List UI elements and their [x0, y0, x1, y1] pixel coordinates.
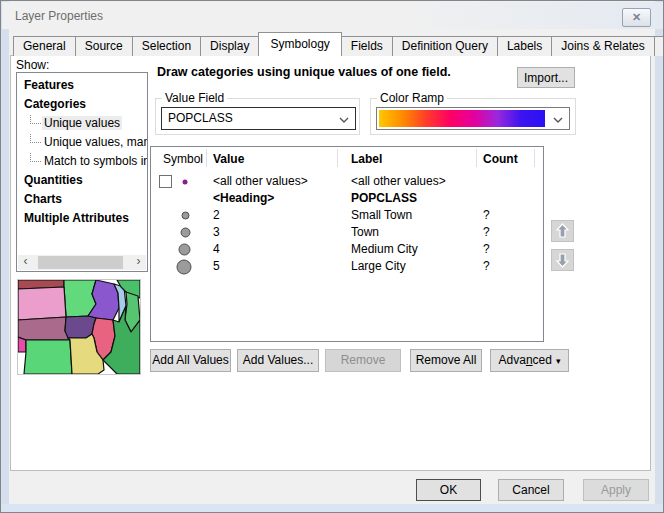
ok-button[interactable]: OK: [416, 479, 481, 501]
symbol-cell[interactable]: [151, 241, 206, 258]
label-cell[interactable]: <all other values>: [351, 173, 446, 190]
tree-item-charts[interactable]: Charts: [17, 190, 147, 209]
add-all-values-button[interactable]: Add All Values: [150, 349, 231, 372]
tree-item-unique-values[interactable]: Unique values: [17, 114, 147, 133]
tree-item-quantities[interactable]: Quantities: [17, 171, 147, 190]
value-cell[interactable]: 5: [213, 258, 220, 275]
window-frame-left: [1, 1, 9, 513]
move-up-button[interactable]: [551, 220, 574, 242]
column-header-count: Count: [483, 152, 518, 166]
arrow-down-icon: [552, 250, 573, 270]
window-frame-right: [655, 1, 663, 513]
scroll-right-icon[interactable]: ›: [131, 255, 146, 270]
table-row-class-4[interactable]: 4 Medium City ?: [151, 241, 543, 258]
tree-horizontal-scrollbar[interactable]: ‹ ›: [18, 255, 146, 270]
column-header-value: Value: [213, 152, 244, 166]
symbol-cell: [151, 173, 206, 190]
value-cell[interactable]: 2: [213, 207, 220, 224]
unique-values-table[interactable]: Symbol Value Label Count <all other valu…: [150, 146, 544, 342]
window-frame-bottom: [1, 504, 664, 512]
layer-properties-dialog: Layer Properties ✕ General Source Select…: [0, 0, 664, 513]
tree-item-unique-values-many[interactable]: Unique values, many: [17, 133, 147, 152]
arrow-up-icon: [552, 221, 573, 241]
value-field-dropdown[interactable]: POPCLASS: [161, 107, 356, 130]
preview-map-svg: [18, 280, 140, 374]
tree-item-match-symbols[interactable]: Match to symbols in a: [17, 152, 147, 171]
color-ramp-gradient: [379, 110, 545, 127]
window-title: Layer Properties: [15, 9, 103, 23]
column-separator: [476, 149, 477, 167]
column-separator: [337, 149, 338, 167]
count-cell: ?: [483, 241, 490, 258]
state-kansas: [24, 340, 72, 374]
all-other-values-checkbox[interactable]: [159, 175, 172, 188]
tab-general[interactable]: General: [13, 36, 76, 56]
dot-symbol-medium-icon: [177, 224, 194, 241]
tree-item-multiple-attributes[interactable]: Multiple Attributes: [17, 209, 147, 228]
tab-selection[interactable]: Selection: [132, 36, 201, 56]
value-cell[interactable]: 4: [213, 241, 220, 258]
all-other-values-dot-icon: [179, 176, 191, 188]
label-cell[interactable]: POPCLASS: [351, 190, 417, 207]
tab-symbology[interactable]: Symbology: [258, 32, 341, 56]
dot-symbol-small-icon: [177, 207, 194, 224]
chevron-down-icon: [553, 117, 563, 123]
dropdown-arrow-icon: ▾: [556, 356, 561, 366]
tab-source[interactable]: Source: [75, 36, 133, 56]
tab-definition-query[interactable]: Definition Query: [392, 36, 498, 56]
table-row-class-5[interactable]: 5 Large City ?: [151, 258, 543, 275]
count-cell: ?: [483, 224, 490, 241]
label-cell[interactable]: Small Town: [351, 207, 412, 224]
table-row-all-other-values[interactable]: <all other values> <all other values>: [151, 173, 543, 190]
table-row-heading[interactable]: <Heading> POPCLASS: [151, 190, 543, 207]
value-field-label: Value Field: [162, 91, 227, 105]
table-row-class-3[interactable]: 3 Town ?: [151, 224, 543, 241]
dot-symbol-xlarge-icon: [175, 258, 193, 276]
import-button[interactable]: Import...: [517, 67, 575, 88]
column-separator: [206, 149, 207, 167]
state-west-sliver: [18, 337, 26, 352]
tree-item-categories[interactable]: Categories: [17, 95, 147, 114]
renderer-tree: Features Categories Unique values Unique…: [16, 72, 148, 272]
value-cell[interactable]: <Heading>: [213, 190, 274, 207]
remove-button[interactable]: Remove: [325, 349, 401, 372]
tab-labels[interactable]: Labels: [497, 36, 552, 56]
tab-time[interactable]: Time: [654, 36, 664, 56]
symbol-cell[interactable]: [151, 224, 206, 241]
chevron-down-icon: [339, 117, 349, 123]
color-ramp-group: Color Ramp: [370, 98, 576, 135]
tab-strip: General Source Selection Display Symbolo…: [13, 33, 664, 56]
add-values-button[interactable]: Add Values...: [237, 349, 319, 372]
color-ramp-label: Color Ramp: [377, 91, 447, 105]
column-separator: [534, 149, 535, 167]
title-bar[interactable]: Layer Properties ✕: [2, 2, 664, 29]
label-cell[interactable]: Town: [351, 224, 379, 241]
tab-joins-relates[interactable]: Joins & Relates: [551, 36, 654, 56]
value-cell[interactable]: 3: [213, 224, 220, 241]
label-cell[interactable]: Medium City: [351, 241, 418, 258]
cancel-button[interactable]: Cancel: [498, 479, 564, 501]
symbol-cell[interactable]: [151, 258, 206, 275]
advanced-button[interactable]: Advanced▾: [490, 349, 569, 372]
symbology-tab-page: Show: Features Categories Unique values …: [10, 55, 651, 471]
remove-all-button[interactable]: Remove All: [410, 349, 482, 372]
close-icon[interactable]: ✕: [622, 8, 651, 27]
count-cell: ?: [483, 207, 490, 224]
tab-display[interactable]: Display: [200, 36, 259, 56]
value-cell[interactable]: <all other values>: [213, 173, 308, 190]
tab-fields[interactable]: Fields: [341, 36, 393, 56]
value-field-selected: POPCLASS: [168, 111, 233, 125]
label-cell[interactable]: Large City: [351, 258, 406, 275]
scroll-left-icon[interactable]: ‹: [18, 255, 33, 270]
scrollbar-thumb[interactable]: [38, 256, 123, 269]
tree-item-features[interactable]: Features: [17, 76, 147, 95]
symbol-cell[interactable]: [151, 207, 206, 224]
table-row-class-2[interactable]: 2 Small Town ?: [151, 207, 543, 224]
color-ramp-dropdown[interactable]: [376, 107, 570, 130]
symbology-preview-map: [17, 279, 141, 375]
apply-button[interactable]: Apply: [583, 479, 649, 501]
state-south-dakota: [18, 287, 66, 320]
show-label: Show:: [16, 58, 49, 72]
move-down-button[interactable]: [551, 249, 574, 271]
column-header-label: Label: [351, 152, 382, 166]
